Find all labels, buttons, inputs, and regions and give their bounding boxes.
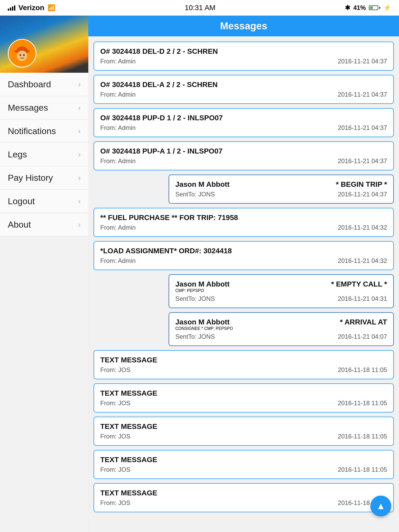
battery-icon (369, 5, 380, 10)
message-card[interactable]: O# 3024418 DEL-A 2 / 2 - SCHREN From: Ad… (94, 75, 394, 104)
msg-title: *LOAD ASSIGNMENT* ORD#: 3024418 (100, 247, 387, 255)
chevron-right-icon: › (78, 127, 81, 135)
msg-card-top: *LOAD ASSIGNMENT* ORD#: 3024418 (100, 247, 387, 255)
msg-title: TEXT MESSAGE (100, 356, 387, 364)
app-container: Dashboard › Messages › Notifications › L… (0, 16, 399, 532)
msg-card-top: TEXT MESSAGE (100, 456, 387, 464)
msg-sender-line2: CMP: PEPSPO (175, 288, 204, 293)
msg-from: From: Admin (100, 257, 136, 264)
msg-sender-line2: CONSIGNEE * CMP: PEPSPO (175, 326, 233, 331)
message-card[interactable]: O# 3024418 DEL-D 2 / 2 - SCHREN From: Ad… (94, 42, 394, 71)
status-bar: Verizon 📶 10:31 AM ✱ 41% ⚡ (0, 0, 399, 16)
msg-bottom: From: Admin 2016-11-21 04:37 (100, 157, 387, 165)
msg-date: 2016-11-21 04:37 (338, 124, 387, 131)
msg-date: 2016-11-18 11:05 (338, 466, 387, 473)
avatar-figure (12, 43, 32, 64)
sidebar-item-logout[interactable]: Logout › (0, 190, 88, 213)
sidebar-item-about[interactable]: About › (0, 213, 88, 236)
svg-point-2 (19, 54, 21, 56)
sidebar: Dashboard › Messages › Notifications › L… (0, 16, 88, 532)
message-card[interactable]: O# 3024418 PUP-A 1 / 2 - INLSPO07 From: … (94, 141, 394, 170)
msg-bottom: From: Admin 2016-11-21 04:37 (100, 91, 387, 98)
msg-date: 2016-11-21 04:37 (338, 157, 387, 165)
msg-title: O# 3024418 PUP-A 1 / 2 - INLSPO07 (100, 147, 387, 155)
msg-from: From: Admin (100, 157, 136, 165)
msg-action: * EMPTY CALL * (331, 280, 387, 288)
msg-from: From: Admin (100, 91, 136, 98)
message-card[interactable]: Jason M AbbottCMP: PEPSPO * EMPTY CALL *… (169, 274, 394, 308)
wifi-icon: 📶 (48, 4, 55, 11)
msg-title: ** FUEL PURCHASE ** FOR TRIP: 71958 (100, 214, 387, 222)
msg-sender-name: Jason M Abbott (175, 180, 230, 188)
msg-action: * BEGIN TRIP * (336, 180, 387, 189)
sidebar-item-dashboard[interactable]: Dashboard › (0, 73, 88, 96)
scroll-to-top-button[interactable]: ▲ (370, 496, 391, 516)
message-card[interactable]: Jason M AbbottCONSIGNEE * CMP: PEPSPO * … (169, 312, 394, 346)
carrier-label: Verizon (18, 4, 44, 12)
msg-sender: Jason M AbbottCMP: PEPSPO (175, 280, 230, 293)
msg-title: O# 3024418 DEL-A 2 / 2 - SCHREN (100, 81, 387, 89)
chevron-right-icon: › (78, 150, 81, 159)
message-card[interactable]: TEXT MESSAGE From: JOS 2016-11-18 11:05 (94, 417, 394, 446)
msg-from: From: JOS (100, 466, 130, 473)
msg-card-top: O# 3024418 PUP-A 1 / 2 - INLSPO07 (100, 147, 387, 155)
signal-icon (8, 5, 15, 11)
main-header: Messages (88, 16, 399, 36)
message-card[interactable]: TEXT MESSAGE From: JOS 2016-11-18 11:05 (94, 350, 394, 379)
msg-bottom: From: JOS 2016-11-18 11:05 (100, 433, 387, 440)
msg-date: 2016-11-21 04:07 (338, 333, 387, 340)
scroll-up-icon: ▲ (376, 501, 385, 511)
msg-sender-name: Jason M Abbott (175, 318, 230, 326)
msg-card-top: Jason M AbbottCMP: PEPSPO * EMPTY CALL * (175, 280, 387, 293)
page-title: Messages (220, 21, 267, 32)
sidebar-item-messages[interactable]: Messages › (0, 96, 88, 119)
msg-card-top: O# 3024418 PUP-D 1 / 2 - INLSPO07 (100, 114, 387, 122)
chevron-right-icon: › (78, 221, 81, 229)
nav-label-dashboard: Dashboard (8, 79, 51, 89)
avatar (8, 39, 36, 68)
msg-title: TEXT MESSAGE (100, 422, 387, 431)
msg-from: From: JOS (100, 366, 130, 374)
message-card[interactable]: *LOAD ASSIGNMENT* ORD#: 3024418 From: Ad… (94, 241, 394, 270)
chevron-right-icon: › (78, 104, 81, 112)
nav-items: Dashboard › Messages › Notifications › L… (0, 73, 88, 236)
message-card[interactable]: O# 3024418 PUP-D 1 / 2 - INLSPO07 From: … (94, 108, 394, 137)
msg-from: From: JOS (100, 400, 130, 407)
msg-title: TEXT MESSAGE (100, 389, 387, 397)
msg-card-top: O# 3024418 DEL-D 2 / 2 - SCHREN (100, 47, 387, 56)
sidebar-item-pay-history[interactable]: Pay History › (0, 166, 88, 190)
sidebar-header (0, 16, 88, 73)
msg-date: 2016-11-21 04:37 (338, 58, 387, 65)
msg-date: 2016-11-21 04:31 (338, 295, 387, 302)
main-content: Messages O# 3024418 DEL-D 2 / 2 - SCHREN… (88, 16, 399, 532)
message-card[interactable]: Jason M Abbott * BEGIN TRIP * SentTo: JO… (169, 175, 394, 204)
sidebar-item-legs[interactable]: Legs › (0, 143, 88, 166)
chevron-right-icon: › (78, 197, 81, 205)
msg-action: * ARRIVAL AT (340, 318, 387, 326)
msg-title: TEXT MESSAGE (100, 456, 387, 464)
message-card[interactable]: TEXT MESSAGE From: JOS 2016-11-18 11:05 (94, 450, 394, 479)
message-card[interactable]: TEXT MESSAGE From: JOS 2016-11-18 11:05 (94, 483, 394, 512)
msg-card-top: TEXT MESSAGE (100, 356, 387, 364)
msg-sent-to: SentTo: JONS (175, 333, 215, 340)
msg-sender: Jason M AbbottCONSIGNEE * CMP: PEPSPO (175, 318, 233, 331)
msg-title: O# 3024418 DEL-D 2 / 2 - SCHREN (100, 47, 387, 56)
msg-bottom: From: JOS 2016-11-18 11:05 (100, 366, 387, 374)
msg-from: From: Admin (100, 224, 136, 231)
msg-date: 2016-11-21 04:37 (338, 91, 387, 98)
msg-bottom: From: JOS 2016-11-18 11:05 (100, 499, 387, 507)
msg-date: 2016-11-18 11:05 (338, 366, 387, 374)
msg-card-top: TEXT MESSAGE (100, 489, 387, 497)
msg-sent-to: SentTo: JONS (175, 191, 215, 198)
msg-sent-to: SentTo: JONS (175, 295, 215, 302)
sidebar-item-notifications[interactable]: Notifications › (0, 119, 88, 143)
msg-date: 2016-11-21 04:32 (338, 257, 387, 264)
chevron-right-icon: › (78, 80, 81, 89)
msg-from: From: JOS (100, 499, 130, 507)
message-card[interactable]: ** FUEL PURCHASE ** FOR TRIP: 71958 From… (94, 208, 394, 237)
msg-date: 2016-11-18 11:05 (338, 433, 387, 440)
nav-label-notifications: Notifications (8, 126, 56, 136)
message-card[interactable]: TEXT MESSAGE From: JOS 2016-11-18 11:05 (94, 383, 394, 413)
msg-card-top: O# 3024418 DEL-A 2 / 2 - SCHREN (100, 81, 387, 89)
chevron-right-icon: › (78, 174, 81, 182)
